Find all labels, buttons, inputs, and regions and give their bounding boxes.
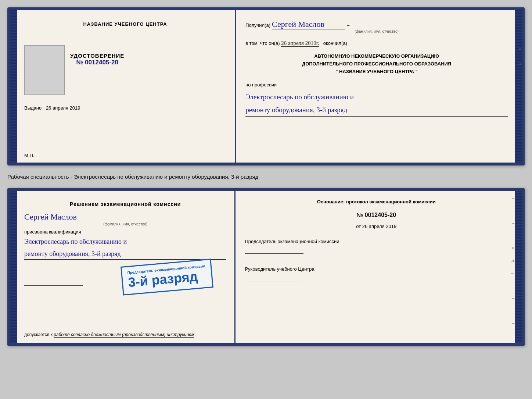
org-line3: " НАЗВАНИЕ УЧЕБНОГО ЦЕНТРА " (245, 68, 508, 76)
mp-label: М.П. (24, 153, 34, 158)
page-wrapper: НАЗВАНИЕ УЧЕБНОГО ЦЕНТРА УДОСТОВЕРЕНИЕ №… (7, 7, 525, 346)
org-block-text: АВТОНОМНУЮ НЕКОММЕРЧЕСКУЮ ОРГАНИЗАЦИЮ ДО… (245, 53, 508, 75)
sig-line-1 (24, 268, 83, 276)
udost-title: УДОСТОВЕРЕНИЕ (70, 53, 124, 59)
doc-date-prefix: от (356, 224, 361, 229)
fio-label-1: (фамилия, имя, отчество) (245, 29, 508, 33)
dopuskaetsya-italic: работе согласно должностным (производств… (54, 332, 194, 338)
left-center-row: УДОСТОВЕРЕНИЕ № 0012405-20 (24, 45, 226, 95)
doc-number: № 0012405-20 (245, 212, 508, 218)
vtom-line: в том, что он(а) 26 апреля 2019г. окончи… (245, 40, 508, 47)
cert2-right-page: Основание: протокол экзаменационной коми… (236, 191, 515, 343)
rukovoditel-sig (245, 273, 303, 281)
predsedatel-label: Председатель экзаменационной комиссии (245, 239, 508, 254)
dopuskaetsya-block: допускается к работе согласно должностны… (24, 332, 194, 337)
book-spine-left-1 (10, 10, 17, 163)
qual-line1: Электрослесарь по обслуживанию и ремонту… (24, 236, 226, 260)
cert1-left-page: НАЗВАНИЕ УЧЕБНОГО ЦЕНТРА УДОСТОВЕРЕНИЕ №… (17, 10, 236, 163)
po-professii-label: по профессии (245, 82, 508, 88)
fio-label-2: (фамилия, имя, отчество) (24, 222, 226, 226)
org-name-top: НАЗВАНИЕ УЧЕБНОГО ЦЕНТРА (83, 21, 167, 27)
profession-line2: ремонту оборудования, 3-й разряд (245, 104, 508, 116)
predsedatel-sig (245, 246, 303, 254)
book-spine-left-2 (10, 191, 17, 343)
certificate-book-2: Решением экзаменационной комиссии Сергей… (7, 188, 525, 346)
side-bars-right-2: – – – – и ,а ← – – – – – (510, 191, 515, 343)
qual-line2: ремонту оборудования, 3-й разряд (24, 248, 226, 260)
cert2-left-page: Решением экзаменационной комиссии Сергей… (17, 191, 236, 343)
stamp: Председатель экзаменационной комиссии 3-… (121, 259, 213, 295)
received-block: Получил(а) Сергей Маслов – (фамилия, имя… (245, 19, 508, 33)
cert1-right-page: Получил(а) Сергей Маслов – (фамилия, имя… (236, 10, 515, 163)
osnovanie-title: Основание: протокол экзаменационной коми… (245, 199, 508, 204)
okончил-label: окончил(а) (323, 40, 347, 46)
issued-date: 26 апреля 2019 (43, 105, 83, 111)
certificate-book-1: НАЗВАНИЕ УЧЕБНОГО ЦЕНТРА УДОСТОВЕРЕНИЕ №… (7, 7, 525, 165)
prisvoena-label: присвоена квалификация (24, 229, 226, 235)
udost-block: УДОСТОВЕРЕНИЕ № 0012405-20 (70, 53, 124, 66)
middle-text: Рабочая специальность - Электрослесарь п… (7, 172, 525, 181)
issued-label: Выдано (24, 105, 42, 111)
org-line2: ДОПОЛНИТЕЛЬНОГО ПРОФЕССИОНАЛЬНОГО ОБРАЗО… (245, 60, 508, 68)
rukovoditel-label: Руководитель учебного Центра (245, 266, 508, 281)
photo-box (24, 45, 65, 95)
vtom-date: 26 апреля 2019г. (281, 40, 319, 47)
doc-date-value: 26 апреля 2019 (362, 224, 397, 229)
dopuskaetsya-prefix: допускается к (24, 332, 53, 337)
profession-line1: Электрослесарь по обслуживанию и ремонту… (245, 91, 508, 117)
cert2-name: Сергей Маслов (24, 212, 77, 222)
udost-number: № 0012405-20 (70, 59, 124, 66)
issued-line: Выдано 26 апреля 2019 (24, 105, 226, 111)
vtom-label: в том, что он(а) (245, 40, 280, 46)
sig-line-2 (24, 278, 83, 286)
org-line1: АВТОНОМНУЮ НЕКОММЕРЧЕСКУЮ ОРГАНИЗАЦИЮ (245, 53, 508, 60)
resheniyem-title: Решением экзаменационной комиссии (24, 201, 226, 207)
book-spine-right-2 (515, 191, 522, 343)
received-label: Получил(а) (245, 22, 270, 28)
side-bars-right-1: – – и ,а ← – – – – – (517, 10, 522, 163)
doc-date: от 26 апреля 2019 (245, 224, 508, 229)
name2-block: Сергей Маслов (фамилия, имя, отчество) (24, 212, 226, 226)
recipient-name: Сергей Маслов (272, 19, 345, 29)
